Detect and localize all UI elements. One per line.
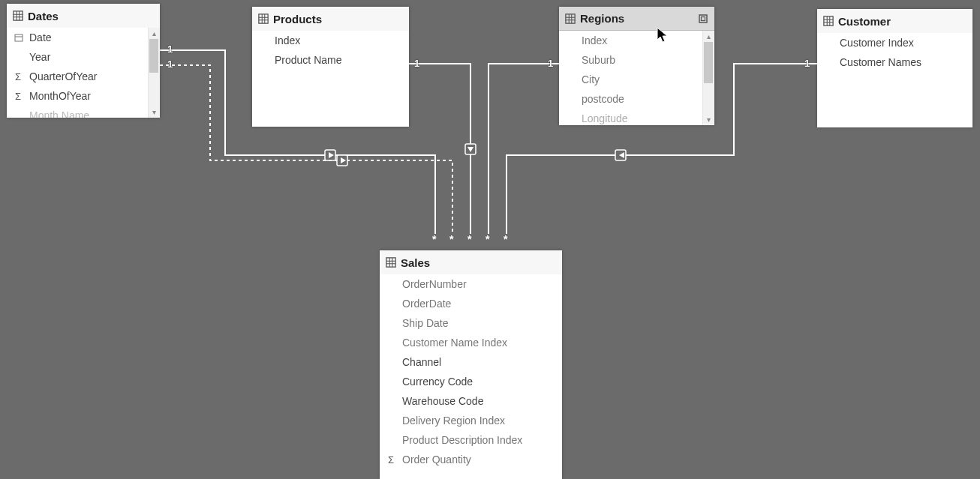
field-row[interactable]: Delivery Region Index bbox=[380, 411, 562, 430]
svg-text:*: * bbox=[485, 233, 490, 245]
svg-marker-3 bbox=[341, 157, 346, 163]
table-dates[interactable]: Dates Date Year ΣQuarterOfYear ΣMonthOfY… bbox=[7, 4, 160, 118]
scroll-down-icon[interactable]: ▾ bbox=[703, 114, 714, 125]
field-label: OrderNumber bbox=[402, 278, 467, 290]
table-icon bbox=[13, 10, 23, 21]
svg-rect-25 bbox=[566, 13, 575, 22]
field-label: Month Name bbox=[29, 109, 89, 118]
field-row[interactable]: OrderNumber bbox=[380, 274, 562, 294]
field-row[interactable]: City bbox=[559, 70, 703, 89]
field-label: Longitude bbox=[582, 112, 628, 124]
table-header[interactable]: Customer bbox=[817, 9, 972, 33]
field-row[interactable]: Product Name bbox=[252, 50, 409, 70]
field-row[interactable]: ΣMonthOfYear bbox=[7, 86, 149, 106]
field-row[interactable]: Channel bbox=[380, 352, 562, 372]
svg-rect-6 bbox=[615, 150, 626, 160]
field-label: Warehouse Code bbox=[402, 395, 483, 407]
table-products[interactable]: Products Index Product Name bbox=[252, 7, 409, 127]
svg-rect-13 bbox=[14, 11, 23, 20]
scroll-thumb[interactable] bbox=[149, 39, 158, 73]
svg-rect-4 bbox=[465, 144, 476, 154]
sigma-icon: Σ bbox=[13, 71, 23, 82]
scroll-thumb[interactable] bbox=[704, 42, 713, 83]
table-icon bbox=[386, 257, 396, 268]
svg-marker-5 bbox=[467, 147, 473, 152]
calendar-icon bbox=[14, 33, 23, 42]
field-row[interactable]: OrderDate bbox=[380, 294, 562, 313]
field-label: Index bbox=[582, 34, 607, 46]
field-label: MonthOfYear bbox=[29, 90, 91, 102]
svg-rect-32 bbox=[824, 16, 833, 25]
svg-rect-20 bbox=[259, 14, 268, 23]
scroll-up-icon[interactable]: ▴ bbox=[149, 28, 160, 39]
svg-rect-2 bbox=[337, 155, 347, 166]
field-row[interactable]: ΣQuarterOfYear bbox=[7, 67, 149, 86]
table-header[interactable]: Products bbox=[252, 7, 409, 31]
cardinality-one: 1 bbox=[548, 58, 553, 69]
field-label: Currency Code bbox=[402, 376, 473, 388]
field-label: Date bbox=[29, 31, 52, 43]
field-label: Product Name bbox=[275, 54, 341, 66]
scroll-up-icon[interactable]: ▴ bbox=[703, 31, 714, 42]
field-row[interactable]: Year bbox=[7, 47, 149, 67]
field-row[interactable]: Date bbox=[7, 28, 149, 47]
table-title: Dates bbox=[28, 10, 154, 22]
svg-rect-30 bbox=[699, 15, 707, 22]
cardinality-one: 1 bbox=[167, 43, 173, 55]
table-icon bbox=[565, 13, 576, 24]
scrollbar[interactable]: ▴ ▾ bbox=[702, 31, 714, 125]
field-row[interactable]: Ship Date bbox=[380, 313, 562, 333]
field-row[interactable]: Warehouse Code bbox=[380, 391, 562, 411]
table-icon bbox=[823, 16, 834, 26]
scrollbar[interactable]: ▴ ▾ bbox=[148, 28, 160, 118]
field-label: Index bbox=[275, 34, 300, 46]
field-row[interactable]: Month Name bbox=[7, 106, 149, 118]
field-label: QuarterOfYear bbox=[29, 70, 98, 82]
svg-rect-37 bbox=[386, 258, 395, 267]
sigma-icon: Σ bbox=[386, 454, 396, 466]
scroll-down-icon[interactable]: ▾ bbox=[149, 106, 160, 118]
field-label: Year bbox=[29, 51, 50, 63]
table-sales[interactable]: Sales OrderNumber OrderDate Ship Date Cu… bbox=[380, 250, 562, 479]
field-label: Ship Date bbox=[402, 317, 448, 329]
field-label: Suburb bbox=[582, 54, 615, 66]
table-title: Sales bbox=[401, 256, 556, 269]
field-row[interactable]: Index bbox=[252, 31, 409, 50]
field-label: OrderDate bbox=[402, 298, 451, 310]
table-header[interactable]: Dates bbox=[7, 4, 160, 28]
svg-text:*: * bbox=[432, 233, 437, 245]
field-label: Product Description Index bbox=[402, 434, 522, 446]
svg-rect-0 bbox=[325, 150, 335, 160]
field-label: Delivery Region Index bbox=[402, 415, 505, 427]
field-label: Channel bbox=[402, 356, 441, 368]
field-label: postcode bbox=[582, 93, 624, 105]
field-row[interactable]: Currency Code bbox=[380, 372, 562, 391]
svg-rect-18 bbox=[15, 34, 23, 41]
field-row[interactable]: ΣOrder Quantity bbox=[380, 450, 562, 469]
field-row[interactable]: Suburb bbox=[559, 50, 703, 70]
svg-rect-31 bbox=[702, 16, 705, 20]
field-row[interactable]: Longitude bbox=[559, 109, 703, 125]
table-header[interactable]: Sales bbox=[380, 250, 562, 274]
table-title: Products bbox=[273, 13, 403, 25]
cardinality-one: 1 bbox=[167, 58, 173, 70]
maximize-icon[interactable] bbox=[698, 13, 708, 24]
field-row[interactable]: Index bbox=[559, 31, 703, 50]
cardinality-one: 1 bbox=[414, 58, 419, 69]
table-regions[interactable]: Regions Index Suburb City postcode Longi… bbox=[559, 7, 714, 125]
table-icon bbox=[258, 13, 269, 24]
svg-marker-1 bbox=[329, 152, 334, 158]
field-label: City bbox=[582, 73, 600, 85]
field-label: Customer Name Index bbox=[402, 337, 507, 349]
field-row[interactable]: postcode bbox=[559, 89, 703, 109]
field-label: Customer Index bbox=[840, 37, 914, 49]
table-header[interactable]: Regions bbox=[559, 7, 714, 31]
svg-text:*: * bbox=[467, 233, 472, 245]
field-row[interactable]: Customer Names bbox=[817, 52, 972, 72]
model-canvas[interactable]: * * * * * 1 1 1 1 1 Dates Date Year ΣQua… bbox=[0, 0, 980, 479]
table-customer[interactable]: Customer Customer Index Customer Names bbox=[817, 9, 972, 127]
field-row[interactable]: Customer Index bbox=[817, 33, 972, 52]
field-label: Customer Names bbox=[840, 56, 921, 68]
field-row[interactable]: Customer Name Index bbox=[380, 333, 562, 352]
field-row[interactable]: Product Description Index bbox=[380, 430, 562, 450]
